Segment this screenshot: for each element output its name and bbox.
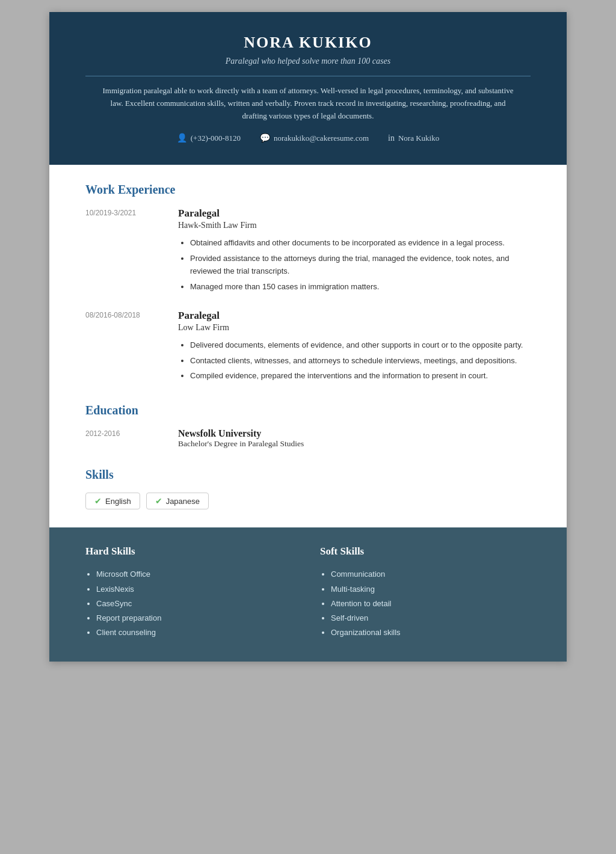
job-details-2: Paralegal Low Law Firm Delivered documen… bbox=[178, 310, 531, 384]
job-bullets-1: Obtained affidavits and other documents … bbox=[178, 236, 531, 293]
hard-skill-3: CaseSync bbox=[96, 597, 296, 611]
contact-bar: 👤 (+32)-000-8120 💬 norakukiko@cakeresume… bbox=[85, 133, 531, 153]
header-divider bbox=[85, 76, 531, 76]
bullet-2-2: Contacted clients, witnesses, and attorn… bbox=[190, 354, 531, 367]
hard-skills-col: Hard Skills Microsoft Office LexisNexis … bbox=[85, 545, 296, 639]
education-title: Education bbox=[85, 404, 531, 417]
job-company-2: Low Law Firm bbox=[178, 323, 531, 333]
soft-skill-5: Organizational skills bbox=[331, 625, 531, 640]
soft-skill-4: Self-driven bbox=[331, 611, 531, 625]
hard-skill-5: Client counseling bbox=[96, 625, 296, 640]
hard-skill-4: Report preparation bbox=[96, 611, 296, 625]
contact-phone: 👤 (+32)-000-8120 bbox=[177, 133, 241, 143]
skills-title: Skills bbox=[85, 468, 531, 482]
job-date-1: 10/2019-3/2021 bbox=[85, 207, 164, 295]
job-details-1: Paralegal Hawk-Smith Law Firm Obtained a… bbox=[178, 207, 531, 295]
skills-section: Skills ✔ English ✔ Japanese bbox=[85, 468, 531, 509]
education-section: Education 2012-2016 Newsfolk University … bbox=[85, 404, 531, 449]
hard-skill-1: Microsoft Office bbox=[96, 567, 296, 582]
job-item-2: 08/2016-08/2018 Paralegal Low Law Firm D… bbox=[85, 310, 531, 384]
job-item-1: 10/2019-3/2021 Paralegal Hawk-Smith Law … bbox=[85, 207, 531, 295]
bottom-section: Hard Skills Microsoft Office LexisNexis … bbox=[49, 527, 567, 661]
hard-skills-list: Microsoft Office LexisNexis CaseSync Rep… bbox=[85, 567, 296, 639]
candidate-name: NORA KUKIKO bbox=[85, 34, 531, 52]
skills-tags: ✔ English ✔ Japanese bbox=[85, 493, 531, 509]
soft-skills-title: Soft Skills bbox=[320, 545, 531, 558]
skill-label-english: English bbox=[105, 497, 131, 506]
job-bullets-2: Delivered documents, elements of evidenc… bbox=[178, 339, 531, 382]
bullet-2-1: Delivered documents, elements of evidenc… bbox=[190, 339, 531, 351]
education-degree-1: Bachelor's Degree in Paralegal Studies bbox=[178, 439, 531, 449]
check-icon-japanese: ✔ bbox=[155, 496, 162, 506]
header-summary: Immigration paralegal able to work direc… bbox=[97, 85, 519, 122]
soft-skill-1: Communication bbox=[331, 567, 531, 582]
education-date-1: 2012-2016 bbox=[85, 428, 164, 449]
contact-linkedin: in Nora Kukiko bbox=[388, 133, 439, 143]
bullet-1-1: Obtained affidavits and other documents … bbox=[190, 236, 531, 249]
email-icon: 💬 bbox=[260, 133, 270, 143]
phone-icon: 👤 bbox=[177, 133, 187, 143]
linkedin-name: Nora Kukiko bbox=[398, 134, 439, 143]
header-section: NORA KUKIKO Paralegal who helped solve m… bbox=[49, 12, 567, 165]
skill-tag-english: ✔ English bbox=[85, 493, 140, 509]
work-experience-section: Work Experience 10/2019-3/2021 Paralegal… bbox=[85, 183, 531, 384]
bullet-1-3: Managed more than 150 cases in immigrati… bbox=[190, 280, 531, 293]
skill-tag-japanese: ✔ Japanese bbox=[146, 493, 209, 509]
soft-skill-3: Attention to detail bbox=[331, 597, 531, 611]
hard-skill-2: LexisNexis bbox=[96, 582, 296, 597]
phone-number: (+32)-000-8120 bbox=[191, 134, 241, 143]
job-date-2: 08/2016-08/2018 bbox=[85, 310, 164, 384]
soft-skills-list: Communication Multi-tasking Attention to… bbox=[320, 567, 531, 639]
hard-skills-title: Hard Skills bbox=[85, 545, 296, 558]
resume-container: NORA KUKIKO Paralegal who helped solve m… bbox=[49, 12, 567, 662]
main-content: Work Experience 10/2019-3/2021 Paralegal… bbox=[49, 165, 567, 527]
skill-label-japanese: Japanese bbox=[166, 497, 200, 506]
education-details-1: Newsfolk University Bachelor's Degree in… bbox=[178, 428, 531, 449]
bullet-2-3: Compiled evidence, prepared the interven… bbox=[190, 369, 531, 382]
education-item-1: 2012-2016 Newsfolk University Bachelor's… bbox=[85, 428, 531, 449]
job-title-2: Paralegal bbox=[178, 310, 531, 322]
email-address: norakukiko@cakeresume.com bbox=[274, 134, 369, 143]
bullet-1-2: Provided assistance to the attorneys dur… bbox=[190, 252, 531, 278]
check-icon-english: ✔ bbox=[94, 496, 102, 506]
candidate-subtitle: Paralegal who helped solve more than 100… bbox=[85, 57, 531, 66]
job-title-1: Paralegal bbox=[178, 207, 531, 220]
soft-skill-2: Multi-tasking bbox=[331, 582, 531, 597]
work-experience-title: Work Experience bbox=[85, 183, 531, 197]
education-school-1: Newsfolk University bbox=[178, 428, 531, 439]
job-company-1: Hawk-Smith Law Firm bbox=[178, 221, 531, 230]
soft-skills-col: Soft Skills Communication Multi-tasking … bbox=[320, 545, 531, 639]
contact-email: 💬 norakukiko@cakeresume.com bbox=[260, 133, 369, 143]
linkedin-icon: in bbox=[388, 134, 395, 143]
